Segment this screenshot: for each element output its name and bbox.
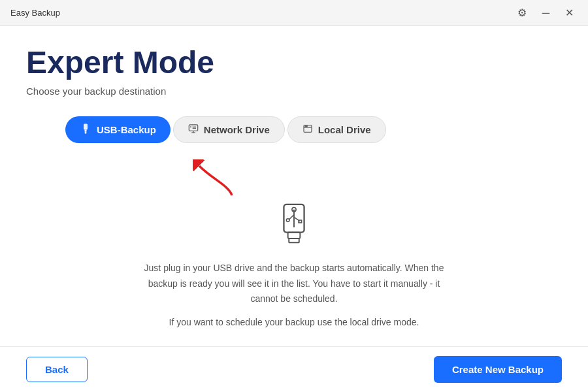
svg-point-21 bbox=[286, 218, 289, 221]
svg-rect-23 bbox=[299, 220, 302, 223]
local-tab-icon bbox=[302, 123, 313, 136]
tab-network[interactable]: Network Drive bbox=[173, 116, 285, 143]
svg-rect-4 bbox=[189, 125, 197, 131]
svg-point-12 bbox=[305, 125, 306, 126]
network-tab-icon bbox=[188, 123, 199, 136]
app-name: Easy Backup bbox=[10, 8, 60, 18]
settings-button[interactable]: ⚙ bbox=[514, 7, 531, 20]
minimize-button[interactable]: ─ bbox=[538, 7, 553, 20]
main-content: Expert Mode Choose your backup destinati… bbox=[0, 26, 588, 392]
tab-network-label: Network Drive bbox=[204, 124, 270, 135]
tab-usb-label: USB-Backup bbox=[97, 124, 156, 135]
tab-row: USB-Backup Network Drive bbox=[65, 116, 562, 143]
usb-icon-area bbox=[271, 202, 317, 248]
close-button[interactable]: ✕ bbox=[561, 7, 578, 20]
description-area: Just plug in your USB drive and the back… bbox=[137, 261, 451, 338]
title-bar: Easy Backup ⚙ ─ ✕ bbox=[0, 0, 588, 26]
usb-tab-icon bbox=[80, 123, 91, 137]
svg-line-20 bbox=[289, 214, 294, 220]
svg-rect-0 bbox=[84, 123, 88, 129]
create-backup-button[interactable]: Create New Backup bbox=[434, 356, 562, 383]
tab-local-label: Local Drive bbox=[318, 124, 371, 135]
svg-rect-17 bbox=[289, 238, 299, 242]
description-text-1: Just plug in your USB drive and the back… bbox=[137, 261, 451, 307]
page-title: Expert Mode bbox=[26, 46, 562, 80]
back-button[interactable]: Back bbox=[26, 357, 88, 382]
svg-rect-16 bbox=[288, 232, 301, 238]
usb-drive-icon bbox=[271, 202, 317, 248]
arrow-icon bbox=[193, 159, 245, 199]
arrow-area bbox=[26, 163, 562, 195]
tab-usb[interactable]: USB-Backup bbox=[65, 116, 171, 143]
description-text-2: If you want to schedule your backup use … bbox=[137, 315, 451, 331]
tab-local[interactable]: Local Drive bbox=[287, 116, 386, 143]
svg-point-13 bbox=[306, 125, 307, 126]
window-controls: ⚙ ─ ✕ bbox=[514, 7, 578, 20]
svg-rect-1 bbox=[85, 129, 87, 131]
bottom-bar: Back Create New Backup bbox=[0, 346, 588, 392]
page-subtitle: Choose your backup destination bbox=[26, 86, 562, 97]
